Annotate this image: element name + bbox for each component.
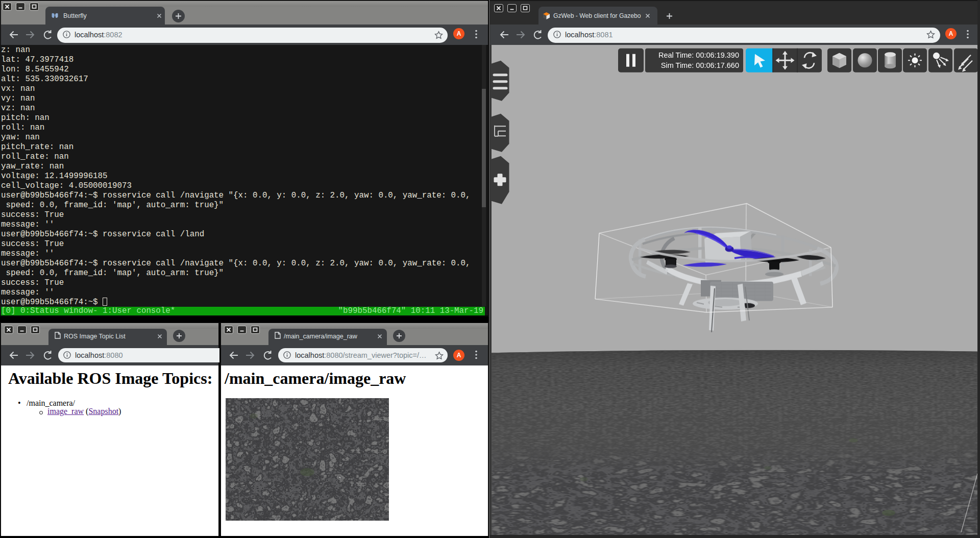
svg-text:Real Time: 00:06:19.390: Real Time: 00:06:19.390 <box>658 51 739 59</box>
svg-text:Sim Time: 00:06:17.660: Sim Time: 00:06:17.660 <box>661 61 739 69</box>
